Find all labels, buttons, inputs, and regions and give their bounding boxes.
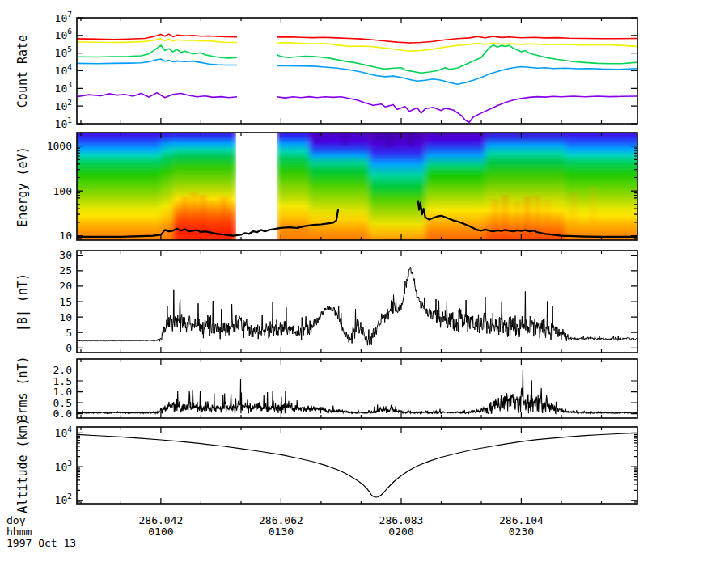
energy-spectrogram-panel: 101001000: [47, 129, 644, 243]
panel-frame: [77, 251, 637, 353]
x-axis-tick-labels: 286.0420100286.0620130286.0830200286.104…: [139, 514, 544, 538]
y-tick-label: 1000: [47, 140, 72, 152]
y-tick-label: 104: [55, 424, 73, 439]
y-tick-label: 107: [55, 10, 72, 24]
series-channel-red: [277, 36, 638, 43]
x-tick-label-hhmm: 0230: [509, 526, 534, 538]
x-tick-label-doy: 286.083: [379, 514, 424, 526]
x-tick-label-doy: 286.104: [499, 514, 544, 526]
y-tick-label: 0.5: [53, 397, 72, 409]
altitude-axis-title: Altitude (km): [15, 401, 30, 530]
y-tick-label: 25: [59, 264, 72, 277]
y-tick-label: 10: [59, 311, 72, 323]
y-tick-labels: 101001000: [47, 140, 72, 242]
y-tick-label: 10: [59, 230, 72, 242]
x-tick-label-doy: 286.042: [139, 514, 184, 526]
y-tick-labels: 101102103104105106107: [55, 10, 73, 130]
count-rate-panel: 101102103104105106107: [55, 10, 637, 130]
brms-panel: 0.00.51.01.52.0: [53, 359, 637, 420]
series-channel-green: [77, 45, 237, 58]
y-tick-label: 5: [66, 327, 72, 339]
data-gap: [236, 133, 277, 239]
series-brms: [77, 370, 637, 413]
y-tick-label: 102: [55, 98, 72, 112]
date-label: 1997 Oct 13: [6, 537, 76, 549]
y-tick-label: 0: [66, 342, 72, 354]
y-tick-label: 30: [59, 249, 72, 261]
y-tick-labels: 051015202530: [59, 249, 72, 354]
series-bmag: [77, 267, 637, 345]
y-tick-label: 0.0: [53, 408, 72, 420]
x-tick-label-hhmm: 0100: [148, 526, 173, 538]
multi-panel-chart: 101102103104105106107 101001000 05101520…: [0, 0, 728, 566]
x-axis-caption-doy: doy: [6, 514, 25, 526]
count-rate-axis-title: Count Rate: [15, 6, 30, 136]
y-tick-labels: 0.00.51.01.52.0: [53, 364, 72, 420]
altitude-panel: 102103104: [55, 424, 637, 507]
y-tick-label: 2.0: [53, 364, 72, 376]
orbit-survey-plot-figure: 101102103104105106107 101001000 05101520…: [0, 0, 728, 566]
y-tick-labels: 102103104: [55, 424, 73, 507]
x-tick-label-hhmm: 0130: [269, 526, 294, 538]
y-tick-label: 1.5: [53, 375, 72, 387]
y-tick-label: 20: [59, 280, 72, 292]
y-tick-label: 103: [55, 458, 72, 473]
bmag-panel: 051015202530: [59, 249, 637, 354]
y-tick-label: 15: [59, 296, 72, 308]
y-tick-label: 106: [55, 27, 73, 41]
series-channel-yellow: [277, 43, 638, 51]
y-tick-label: 1.0: [53, 386, 72, 398]
y-tick-label: 105: [55, 44, 72, 59]
series-altitude: [77, 433, 637, 498]
energy-axis-title: Energy (eV): [15, 122, 30, 251]
x-axis-caption-hhmm: hhmm: [6, 526, 32, 538]
series-channel-red: [77, 34, 237, 40]
spectrogram-columns: [70, 129, 644, 243]
y-tick-label: 102: [55, 492, 72, 506]
x-tick-label-hhmm: 0200: [388, 526, 413, 538]
series-channel-blue: [77, 59, 237, 65]
y-tick-label: 104: [55, 62, 73, 77]
y-tick-label: 101: [55, 116, 73, 130]
y-tick-label: 100: [53, 185, 72, 197]
x-tick-label-doy: 286.062: [259, 514, 303, 526]
y-tick-label: 103: [55, 80, 72, 95]
series-channel-purple: [277, 96, 638, 122]
axis-ticks: [77, 251, 637, 353]
series-channel-purple: [77, 93, 237, 98]
